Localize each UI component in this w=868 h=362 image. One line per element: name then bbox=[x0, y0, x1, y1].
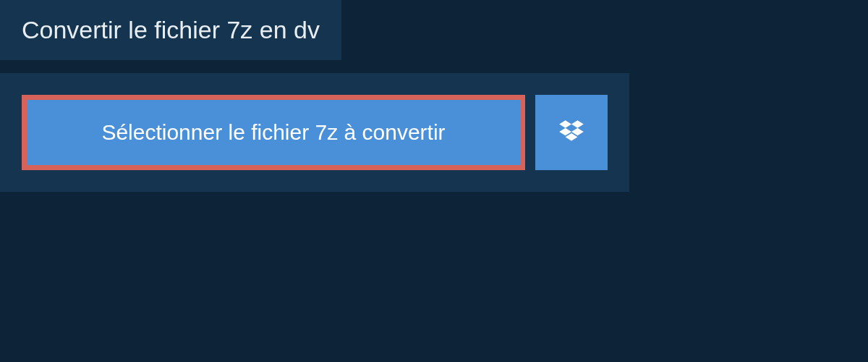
select-file-button[interactable]: Sélectionner le fichier 7z à convertir bbox=[22, 95, 525, 170]
upload-container: Sélectionner le fichier 7z à convertir bbox=[0, 73, 629, 192]
select-file-button-label: Sélectionner le fichier 7z à convertir bbox=[101, 120, 445, 145]
dropbox-button[interactable] bbox=[535, 95, 608, 170]
dropbox-icon bbox=[556, 117, 587, 148]
page-title: Convertir le fichier 7z en dv bbox=[22, 16, 320, 44]
header-panel: Convertir le fichier 7z en dv bbox=[0, 0, 341, 60]
